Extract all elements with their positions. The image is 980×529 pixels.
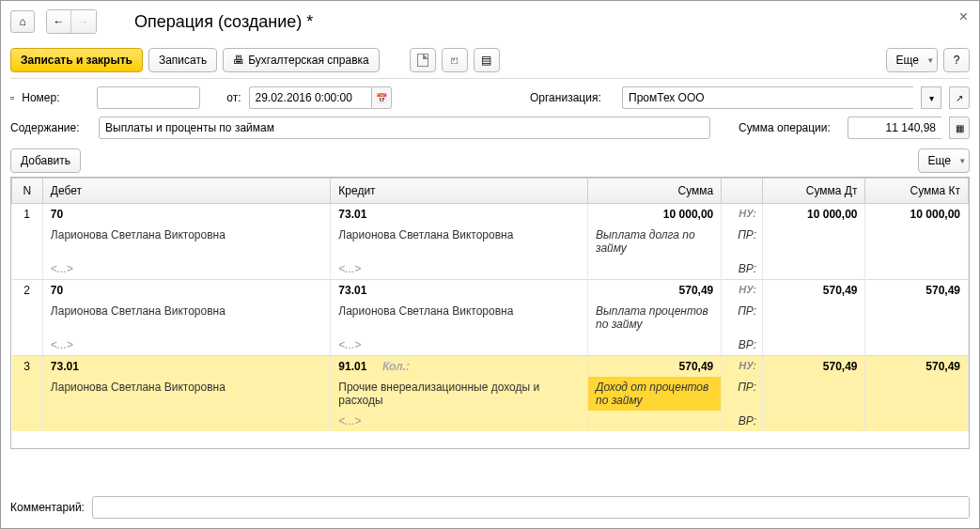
save-close-button[interactable]: Записать и закрыть — [10, 48, 143, 72]
table-row[interactable]: <...> <...> ВР: — [12, 258, 969, 280]
comment-row: Комментарий: — [10, 496, 970, 519]
date-field[interactable]: 29.02.2016 0:00:00 — [249, 86, 371, 109]
table-row[interactable]: 1 70 73.01 10 000,00 НУ: 10 000,00 10 00… — [12, 204, 969, 226]
col-credit[interactable]: Кредит — [331, 179, 588, 204]
number-label: Номер: — [22, 91, 89, 104]
main-toolbar: Записать и закрыть Записать 🖶Бухгалтерск… — [10, 42, 970, 79]
operation-window: GOODWILL ТЕХНОЛОГИИ ДЛЯ БИЗНЕСА ⌂ ← → Оп… — [0, 0, 980, 529]
table-more-button[interactable]: Еще — [918, 148, 970, 173]
home-button[interactable]: ⌂ — [10, 10, 35, 33]
list-icon: ▤ — [481, 54, 491, 67]
help-button[interactable]: ? — [943, 48, 970, 72]
nav-group: ← → — [46, 9, 97, 34]
close-icon[interactable]: × — [959, 8, 968, 25]
table-row[interactable]: <...> ВР: — [12, 411, 969, 431]
col-sum[interactable]: Сумма — [587, 179, 721, 204]
from-label: от: — [226, 91, 241, 104]
col-n[interactable]: N — [12, 179, 43, 204]
doc-icon: ▫ — [10, 91, 14, 104]
col-tag — [722, 179, 763, 204]
table-row[interactable]: Ларионова Светлана Викторовна Ларионова … — [12, 225, 969, 258]
number-field[interactable] — [97, 86, 200, 109]
paperclip-icon: ⏍ — [451, 54, 458, 67]
org-label: Организация: — [530, 91, 614, 104]
clip-button[interactable]: ⏍ — [442, 48, 468, 72]
table-header-row: N Дебет Кредит Сумма Сумма Дт Сумма Кт — [12, 179, 969, 204]
titlebar: ⌂ ← → Операция (создание) * × — [10, 7, 970, 37]
table-row[interactable]: 2 70 73.01 570,49 НУ: 570,49 570,49 — [12, 280, 969, 302]
col-debit[interactable]: Дебет — [42, 179, 330, 204]
forward-button[interactable]: → — [71, 10, 96, 33]
window-title: Операция (создание) * — [134, 12, 313, 32]
sum-field[interactable]: 11 140,98 — [848, 117, 941, 139]
report-button[interactable]: ▤ — [474, 48, 500, 72]
col-skt[interactable]: Сумма Кт — [865, 179, 969, 204]
save-button[interactable]: Записать — [148, 48, 217, 72]
form-row-2: Содержание: Выплаты и проценты по займам… — [10, 117, 970, 139]
sum-label: Сумма операции: — [739, 121, 840, 134]
comment-label: Комментарий: — [10, 501, 85, 514]
table-row[interactable]: <...> <...> ВР: — [12, 335, 969, 356]
more-button[interactable]: Еще — [886, 48, 938, 72]
col-sdt[interactable]: Сумма Дт — [763, 179, 865, 204]
add-button[interactable]: Добавить — [10, 148, 81, 173]
document-icon — [417, 54, 428, 67]
attach-doc-button[interactable] — [410, 48, 436, 72]
form-row-1: ▫ Номер: от: 29.02.2016 0:00:00 📅 Органи… — [10, 86, 970, 109]
print-button[interactable]: 🖶Бухгалтерская справка — [223, 48, 380, 72]
content-field[interactable]: Выплаты и проценты по займам — [99, 117, 710, 139]
table-row[interactable]: Ларионова Светлана Викторовна Ларионова … — [12, 301, 969, 335]
org-open-icon[interactable]: ↗ — [949, 86, 970, 109]
calendar-icon[interactable]: 📅 — [371, 86, 392, 109]
back-button[interactable]: ← — [47, 10, 71, 33]
table-row[interactable]: Ларионова Светлана Викторовна Прочие вне… — [12, 377, 969, 411]
org-field[interactable]: ПромТех ООО — [622, 86, 913, 109]
org-dropdown-icon[interactable]: ▾ — [921, 86, 941, 109]
table-row[interactable]: 3 73.01 91.01 Кол.: 570,49 НУ: 570,49 57… — [12, 356, 969, 378]
printer-icon: 🖶 — [233, 54, 244, 67]
entries-table: N Дебет Кредит Сумма Сумма Дт Сумма Кт 1… — [10, 177, 970, 449]
calc-icon[interactable]: ▦ — [949, 117, 970, 139]
comment-field[interactable] — [92, 496, 970, 519]
table-toolbar: Добавить Еще — [10, 148, 970, 173]
content-label: Содержание: — [10, 121, 91, 134]
